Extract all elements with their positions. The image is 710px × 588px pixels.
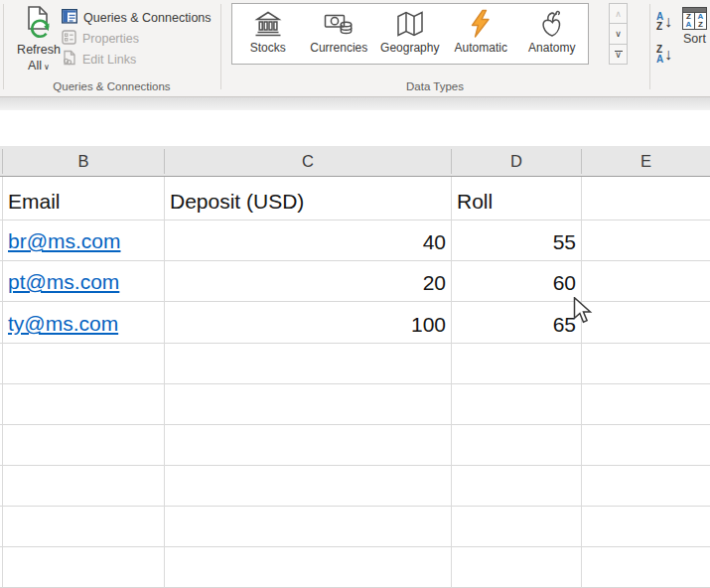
sort-button[interactable]: Z A A Z Sort (679, 3, 710, 80)
column-header-e[interactable]: E (582, 146, 710, 176)
cell-c2[interactable]: 40 (165, 220, 452, 260)
email-link[interactable]: ty@ms.com (3, 312, 118, 336)
sort-za-icon: Z A (656, 45, 663, 65)
geography-label: Geography (380, 41, 439, 55)
data-type-anatomy[interactable]: Anatomy (516, 4, 588, 64)
gallery-more-icon: ∨ (615, 51, 623, 58)
cell-d1[interactable]: Roll (452, 177, 582, 220)
cell-d2[interactable]: 55 (452, 220, 582, 260)
currencies-label: Currencies (310, 41, 367, 55)
sort-button-label: Sort (679, 32, 710, 46)
table-row: ty@ms.com 100 65 (0, 302, 710, 344)
queries-connections-icon (62, 9, 77, 27)
cell-c3[interactable]: 20 (165, 261, 452, 301)
data-type-currencies[interactable]: Currencies (304, 4, 375, 64)
group-divider (220, 4, 221, 89)
sort-descending-button[interactable]: Z A ↓ (650, 42, 678, 68)
email-link[interactable]: br@ms.com (3, 229, 121, 253)
ribbon-bottom-edge (0, 96, 710, 110)
cell-d4[interactable]: 65 (452, 302, 582, 343)
queries-and-connections-button[interactable]: Queries & Connections (62, 7, 220, 28)
refresh-all-label-line2: All (28, 59, 42, 73)
cell-d3[interactable]: 60 (452, 261, 582, 301)
folded-map-icon (394, 8, 426, 40)
column-header-d[interactable]: D (452, 146, 581, 176)
table-row: pt@ms.com 20 60 (0, 261, 710, 302)
group-divider (3, 4, 4, 89)
down-arrow-icon: ↓ (664, 12, 672, 32)
table-row: Email Deposit (USD) Roll (0, 177, 710, 220)
heart-organ-icon (536, 8, 568, 40)
cell-b3[interactable]: pt@ms.com (3, 261, 165, 301)
queries-connections-buttons: Queries & Connections Properties (62, 7, 220, 70)
anatomy-label: Anatomy (528, 41, 575, 55)
column-header-c[interactable]: C (165, 146, 451, 176)
email-link[interactable]: pt@ms.com (3, 270, 119, 294)
data-type-stocks[interactable]: Stocks (232, 4, 304, 64)
banknote-coins-icon (323, 8, 355, 40)
properties-button[interactable]: Properties (62, 28, 220, 49)
deposit-header-text: Deposit (USD) (165, 190, 304, 213)
table-row-empty[interactable] (0, 384, 710, 425)
group-label-queries-connections: Queries & Connections (3, 80, 220, 92)
table-row-empty[interactable] (0, 466, 710, 507)
table-row-empty[interactable] (0, 344, 710, 384)
cell-e2[interactable] (582, 220, 710, 260)
refresh-all-label-line1: Refresh (9, 42, 69, 58)
group-label-data-types: Data Types (220, 80, 649, 92)
gallery-scrollbar: ∧ ∨ ∨ (609, 3, 628, 65)
sort-dialog-icon: Z A A Z (682, 7, 707, 30)
sheet-grid: Email Deposit (USD) Roll br@ms.com 40 55… (0, 177, 710, 588)
chevron-up-icon: ∧ (615, 9, 622, 19)
cell-e3[interactable] (582, 261, 710, 301)
lightning-icon (465, 8, 497, 40)
roll-header-text: Roll (452, 190, 493, 213)
queries-and-connections-label: Queries & Connections (83, 11, 212, 25)
sort-az-icon: A Z (656, 12, 663, 32)
table-row-empty[interactable] (0, 425, 710, 466)
cell-c4[interactable]: 100 (165, 302, 452, 343)
cell-b2[interactable]: br@ms.com (3, 220, 165, 260)
cell-b4[interactable]: ty@ms.com (3, 302, 165, 343)
properties-icon (62, 30, 76, 48)
data-types-gallery: Stocks Currencies (231, 3, 589, 65)
gallery-more-button[interactable]: ∨ (609, 44, 628, 65)
column-header-row: B C D E (0, 146, 710, 177)
cell-b1[interactable]: Email (3, 177, 165, 220)
table-row-empty[interactable] (0, 507, 710, 547)
refresh-all-icon (9, 4, 69, 42)
bank-icon (252, 8, 284, 40)
refresh-all-button[interactable]: Refresh All∨ (9, 2, 69, 91)
cell-e1[interactable] (582, 177, 710, 220)
cell-e4[interactable] (582, 302, 710, 343)
stocks-label: Stocks (250, 41, 286, 55)
column-header-b[interactable]: B (3, 146, 164, 176)
edit-links-button[interactable]: Edit Links (62, 49, 220, 70)
cell-c1[interactable]: Deposit (USD) (165, 177, 452, 220)
gallery-scroll-up-button[interactable]: ∧ (609, 3, 628, 24)
chevron-down-icon: ∨ (615, 29, 622, 39)
edit-links-icon (62, 50, 76, 69)
edit-links-label: Edit Links (82, 53, 136, 67)
properties-label: Properties (82, 32, 139, 46)
data-type-geography[interactable]: Geography (374, 4, 446, 64)
down-arrow-icon: ↓ (664, 45, 672, 65)
ribbon: Refresh All∨ Queries & Connections (0, 0, 710, 96)
table-row-empty[interactable] (0, 547, 710, 588)
gallery-scroll-down-button[interactable]: ∨ (609, 23, 628, 44)
mouse-cursor-icon (573, 297, 594, 328)
chevron-down-icon: ∨ (44, 63, 50, 72)
email-header-text: Email (3, 190, 61, 213)
table-row: br@ms.com 40 55 (0, 220, 710, 261)
automatic-label: Automatic (455, 41, 507, 55)
sort-ascending-button[interactable]: A Z ↓ (650, 9, 678, 35)
data-type-automatic[interactable]: Automatic (446, 4, 517, 64)
